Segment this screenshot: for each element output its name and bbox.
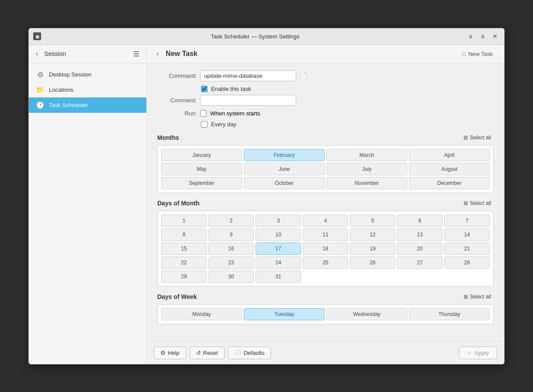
day-of-month-button-4[interactable]: 4	[303, 215, 348, 227]
day-of-month-button-29[interactable]: 29	[161, 271, 207, 283]
content-header: ‹ New Task □ New Task	[147, 45, 504, 63]
day-of-week-button-wednesday[interactable]: Wednesday	[326, 308, 407, 320]
command-label: Command:	[157, 73, 197, 79]
month-button-may[interactable]: May	[161, 163, 242, 175]
apply-button[interactable]: ✓ Apply	[459, 347, 497, 359]
day-of-month-button-8[interactable]: 8	[161, 229, 207, 241]
day-of-month-button-23[interactable]: 23	[208, 257, 254, 269]
month-button-march[interactable]: March	[326, 149, 407, 161]
days-of-month-select-all-button[interactable]: ⊞ Select all	[461, 199, 494, 207]
month-button-february[interactable]: February	[244, 149, 325, 161]
defaults-button[interactable]: 📄 Defaults	[228, 347, 271, 359]
task-scheduler-icon: 🕐	[36, 101, 45, 109]
sidebar-header: ‹ Session ☰	[29, 45, 146, 63]
sidebar-item-desktop-session[interactable]: ⊙ Desktop Session	[29, 67, 146, 82]
month-button-october[interactable]: October	[244, 177, 325, 189]
days-of-month-grid: 1234567891011121314151617181920212223242…	[157, 211, 494, 287]
day-of-month-button-6[interactable]: 6	[397, 215, 443, 227]
day-of-month-button-17[interactable]: 17	[256, 243, 301, 255]
days-select-all-icon: ⊞	[464, 200, 468, 206]
day-of-week-button-thursday[interactable]: Thursday	[409, 308, 490, 320]
day-of-month-button-31[interactable]: 31	[256, 271, 301, 283]
day-of-week-button-tuesday[interactable]: Tuesday	[244, 308, 325, 320]
months-select-all-button[interactable]: ⊞ Select all	[461, 134, 494, 142]
day-of-month-button-14[interactable]: 14	[444, 229, 490, 241]
help-label: Help	[168, 350, 180, 356]
new-task-button[interactable]: □ New Task	[458, 49, 497, 59]
month-button-july[interactable]: July	[326, 163, 407, 175]
maximize-button[interactable]: ∧	[478, 31, 488, 41]
day-of-month-button-15[interactable]: 15	[161, 243, 207, 255]
window-title: Task Scheduler — System Settings	[45, 33, 466, 40]
day-of-month-button-21[interactable]: 21	[444, 243, 490, 255]
enable-checkbox[interactable]	[201, 86, 208, 92]
help-button[interactable]: ⚙ Help	[154, 347, 186, 359]
day-of-month-button-27[interactable]: 27	[397, 257, 443, 269]
days-of-week-grid: MondayTuesdayWednesdayThursday	[157, 304, 494, 324]
day-of-week-button-monday[interactable]: Monday	[161, 308, 242, 320]
month-button-november[interactable]: November	[326, 177, 407, 189]
day-of-month-button-16[interactable]: 16	[208, 243, 254, 255]
new-task-label: New Task	[468, 51, 493, 57]
days-of-week-select-all-button[interactable]: ⊞ Select all	[461, 293, 494, 301]
run-system-starts-checkbox[interactable]	[200, 110, 207, 117]
day-of-month-button-11[interactable]: 11	[303, 229, 348, 241]
day-of-month-button-3[interactable]: 3	[256, 215, 301, 227]
reset-button[interactable]: ↺ Reset	[190, 347, 225, 359]
day-of-month-button-30[interactable]: 30	[208, 271, 254, 283]
reset-label: Reset	[203, 350, 218, 356]
day-of-month-button-10[interactable]: 10	[256, 229, 301, 241]
day-of-month-button-1[interactable]: 1	[161, 215, 207, 227]
comment-row: Comment:	[157, 95, 494, 106]
command-input[interactable]	[200, 70, 296, 81]
month-button-september[interactable]: September	[161, 177, 242, 189]
day-of-month-button-28[interactable]: 28	[444, 257, 490, 269]
day-of-month-button-18[interactable]: 18	[303, 243, 348, 255]
enable-row: Enable this task	[201, 86, 494, 92]
day-of-month-button-24[interactable]: 24	[256, 257, 301, 269]
day-of-month-button-20[interactable]: 20	[397, 243, 443, 255]
enable-label: Enable this task	[211, 86, 251, 92]
page-title: New Task	[166, 50, 197, 58]
run-every-day-checkbox[interactable]	[201, 121, 208, 128]
content-scroll[interactable]: Command: 📄 Enable this task Comment: Run…	[147, 63, 504, 341]
content-back-button[interactable]: ‹	[154, 49, 161, 59]
apply-icon: ✓	[467, 350, 472, 356]
day-of-month-button-25[interactable]: 25	[303, 257, 348, 269]
day-of-month-button-5[interactable]: 5	[350, 215, 395, 227]
sidebar-item-locations[interactable]: 📁 Locations	[29, 82, 146, 97]
days-of-week-title: Days of Week	[157, 293, 197, 300]
bottom-toolbar: ⚙ Help ↺ Reset 📄 Defaults ✓ Apply	[147, 341, 504, 364]
sidebar: ‹ Session ☰ ⊙ Desktop Session 📁 Location…	[29, 45, 147, 364]
day-of-month-button-26[interactable]: 26	[350, 257, 395, 269]
comment-input[interactable]	[200, 95, 296, 106]
month-button-january[interactable]: January	[161, 149, 242, 161]
sidebar-item-label-desktop-session: Desktop Session	[49, 71, 92, 78]
day-of-month-button-22[interactable]: 22	[161, 257, 207, 269]
days-of-week-select-all-label: Select all	[470, 294, 491, 300]
minimize-button[interactable]: ∨	[466, 31, 475, 41]
run-label: Run:	[157, 110, 197, 117]
day-of-month-button-19[interactable]: 19	[350, 243, 395, 255]
day-of-month-button-2[interactable]: 2	[208, 215, 254, 227]
sidebar-menu-button[interactable]: ☰	[131, 49, 142, 59]
days-of-month-section-header: Days of Month ⊞ Select all	[157, 199, 494, 207]
day-of-month-button-13[interactable]: 13	[397, 229, 443, 241]
month-button-december[interactable]: December	[409, 177, 490, 189]
day-of-month-button-7[interactable]: 7	[444, 215, 490, 227]
month-button-august[interactable]: August	[409, 163, 490, 175]
day-of-month-button-12[interactable]: 12	[350, 229, 395, 241]
days-of-week-section-header: Days of Week ⊞ Select all	[157, 293, 494, 301]
day-of-month-button-9[interactable]: 9	[208, 229, 254, 241]
sidebar-back-button[interactable]: ‹	[33, 49, 41, 59]
main-window: ▣ Task Scheduler — System Settings ∨ ∧ ✕…	[28, 28, 505, 364]
run-everyday-row: Every day	[201, 121, 494, 128]
month-button-april[interactable]: April	[409, 149, 490, 161]
new-task-icon: □	[462, 51, 466, 57]
months-select-all-label: Select all	[470, 135, 491, 141]
days-of-month-title: Days of Month	[157, 200, 199, 207]
sidebar-items: ⊙ Desktop Session 📁 Locations 🕐 Task Sch…	[29, 63, 146, 116]
sidebar-item-task-scheduler[interactable]: 🕐 Task Scheduler	[29, 97, 146, 113]
close-button[interactable]: ✕	[490, 31, 500, 41]
month-button-june[interactable]: June	[244, 163, 325, 175]
